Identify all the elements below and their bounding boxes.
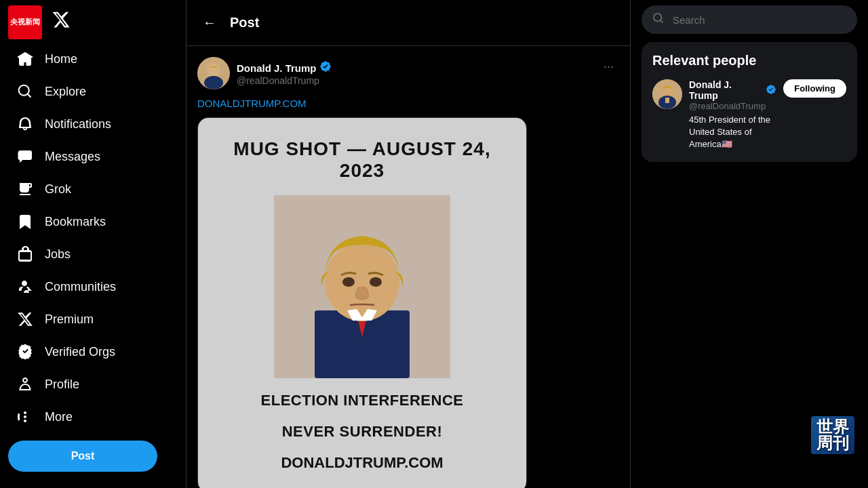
sidebar-item-label-more: More xyxy=(45,410,73,424)
watermark-line2: 周刊 xyxy=(816,435,849,451)
sidebar-item-more[interactable]: More xyxy=(8,401,178,432)
relevant-people-card: Relevant people Donald J. Trump xyxy=(642,42,857,162)
svg-rect-19 xyxy=(665,98,669,103)
author-handle: @realDonaldTrump xyxy=(237,75,332,86)
person-verified-badge xyxy=(766,84,776,97)
mug-shot-title: MUG SHOT — AUGUST 24, 2023 xyxy=(212,138,513,182)
mug-shot-photo xyxy=(274,195,450,378)
svg-point-13 xyxy=(342,277,355,287)
sidebar-item-grok[interactable]: Grok xyxy=(8,174,178,205)
jobs-icon xyxy=(16,245,34,263)
sidebar-item-label-home: Home xyxy=(45,52,77,66)
left-sidebar: 央视 新闻 Home Explore Notifications xyxy=(0,0,186,488)
watermark: 世界 周刊 xyxy=(811,416,854,454)
right-sidebar: Relevant people Donald J. Trump xyxy=(631,0,868,488)
search-bar xyxy=(642,0,857,42)
svg-point-12 xyxy=(325,243,399,321)
mug-shot-container: MUG SHOT — AUGUST 24, 2023 xyxy=(198,118,526,488)
grok-icon xyxy=(16,180,34,198)
messages-icon xyxy=(16,148,34,165)
sidebar-item-premium[interactable]: Premium xyxy=(8,304,178,335)
sidebar-item-home[interactable]: Home xyxy=(8,43,178,75)
sidebar-item-label-premium: Premium xyxy=(45,312,94,327)
tweet-top: Donald J. Trump @realDonaldTrump ··· xyxy=(197,57,619,89)
post-header: ← Post xyxy=(186,0,630,46)
cctv-logo: 央视 新闻 xyxy=(8,5,42,39)
author-info: Donald J. Trump @realDonaldTrump xyxy=(237,60,332,86)
sidebar-item-bookmarks[interactable]: Bookmarks xyxy=(8,206,178,237)
home-icon xyxy=(16,50,34,68)
watermark-line1: 世界 xyxy=(816,419,849,435)
explore-icon xyxy=(16,83,34,100)
sidebar-item-verified-orgs[interactable]: Verified Orgs xyxy=(8,336,178,367)
sidebar-item-label-jobs: Jobs xyxy=(45,247,71,262)
sidebar-bottom: Post xyxy=(8,435,178,483)
sidebar-item-label-messages: Messages xyxy=(45,150,100,164)
premium-icon xyxy=(16,310,34,328)
more-icon xyxy=(16,408,34,426)
person-bio: 45th President of the United States of A… xyxy=(689,114,776,151)
more-options-button[interactable]: ··· xyxy=(598,57,619,77)
mug-surrender-text: NEVER SURRENDER! xyxy=(282,423,443,441)
sidebar-item-jobs[interactable]: Jobs xyxy=(8,239,178,270)
sidebar-item-label-notifications: Notifications xyxy=(45,117,111,131)
person-info: Donald J. Trump @realDonaldTrump 45th Pr… xyxy=(689,79,776,151)
sidebar-item-label-bookmarks: Bookmarks xyxy=(45,215,106,229)
main-content: ← Post xyxy=(186,0,631,488)
profile-icon xyxy=(16,375,34,393)
tweet-author: Donald J. Trump @realDonaldTrump xyxy=(197,57,332,89)
sidebar-item-communities[interactable]: Communities xyxy=(8,271,178,302)
search-wrapper xyxy=(642,5,857,34)
x-logo[interactable] xyxy=(47,6,75,33)
post-title: Post xyxy=(230,15,259,30)
sidebar-item-label-grok: Grok xyxy=(45,182,71,197)
svg-point-1 xyxy=(24,415,26,418)
search-input[interactable] xyxy=(673,14,846,26)
mug-election-text: ELECTION INTERFERENCE xyxy=(261,392,464,409)
communities-icon xyxy=(16,278,34,296)
svg-point-5 xyxy=(204,76,223,89)
sidebar-item-label-communities: Communities xyxy=(45,280,116,294)
svg-point-2 xyxy=(24,420,26,422)
sidebar-item-label-explore: Explore xyxy=(45,85,86,99)
person-name: Donald J. Trump xyxy=(689,79,776,101)
tweet-link[interactable]: DONALDJTRUMP.COM xyxy=(197,98,619,109)
tweet-image-card: MUG SHOT — AUGUST 24, 2023 xyxy=(197,117,527,488)
svg-point-14 xyxy=(370,277,382,287)
sidebar-item-label-verified-orgs: Verified Orgs xyxy=(45,345,115,359)
verified-badge xyxy=(319,60,332,75)
back-button[interactable]: ← xyxy=(197,9,222,36)
person-handle: @realDonaldTrump xyxy=(689,101,776,111)
notifications-icon xyxy=(16,115,34,133)
sidebar-nav: Home Explore Notifications Messages Grok xyxy=(8,42,178,434)
svg-point-0 xyxy=(24,411,26,414)
person-row: Donald J. Trump @realDonaldTrump 45th Pr… xyxy=(652,79,846,151)
svg-point-6 xyxy=(208,64,219,75)
post-button[interactable]: Post xyxy=(8,441,157,472)
avatar xyxy=(197,57,230,89)
search-icon xyxy=(652,12,665,27)
following-button[interactable]: Following xyxy=(783,79,846,98)
sidebar-item-label-profile: Profile xyxy=(45,378,79,392)
verified-orgs-icon xyxy=(16,343,34,361)
bookmarks-icon xyxy=(16,213,34,230)
relevant-people-title: Relevant people xyxy=(652,53,846,68)
author-name: Donald J. Trump xyxy=(237,60,332,75)
sidebar-item-explore[interactable]: Explore xyxy=(8,76,178,107)
mug-website-text: DONALDJTRUMP.COM xyxy=(281,454,443,472)
tweet-container: Donald J. Trump @realDonaldTrump ··· DON… xyxy=(186,46,630,488)
sidebar-item-messages[interactable]: Messages xyxy=(8,141,178,172)
sidebar-item-notifications[interactable]: Notifications xyxy=(8,108,178,140)
sidebar-item-profile[interactable]: Profile xyxy=(8,369,178,400)
person-avatar xyxy=(652,79,682,109)
